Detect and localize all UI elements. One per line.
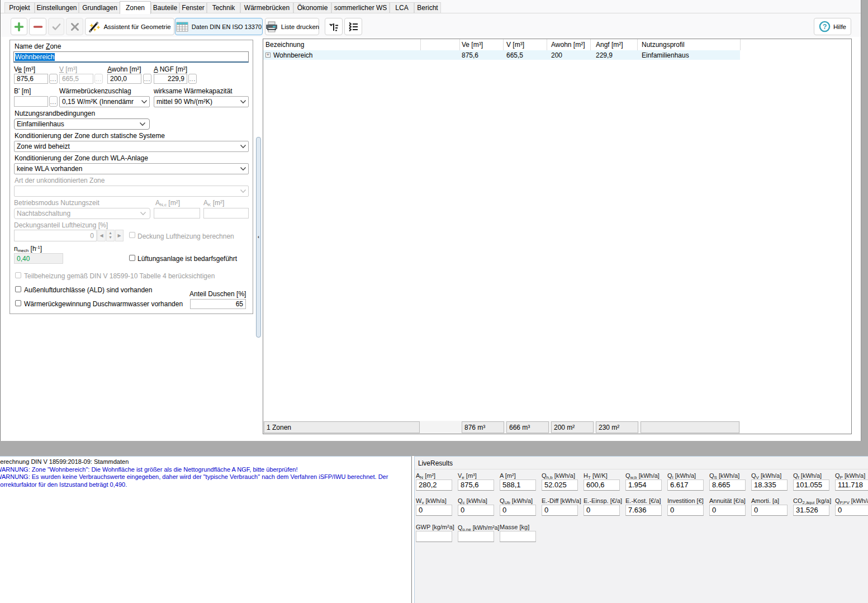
svg-text:?: ? (823, 23, 827, 31)
